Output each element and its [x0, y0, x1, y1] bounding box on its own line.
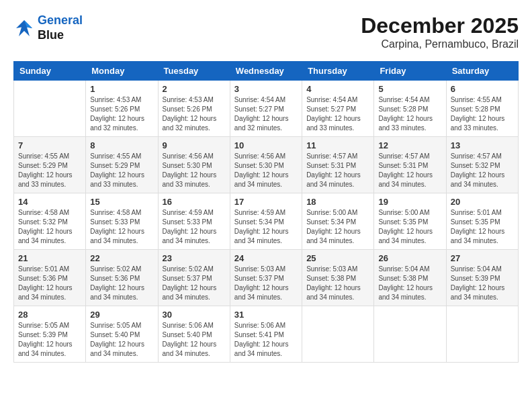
calendar-cell: 24Sunrise: 5:03 AM Sunset: 5:37 PM Dayli… — [230, 250, 302, 306]
calendar-cell: 2Sunrise: 4:53 AM Sunset: 5:26 PM Daylig… — [158, 81, 230, 137]
day-number: 2 — [163, 84, 226, 94]
day-info: Sunrise: 4:54 AM Sunset: 5:27 PM Dayligh… — [306, 95, 369, 133]
day-number: 14 — [18, 197, 81, 207]
logo: General Blue — [13, 13, 83, 42]
day-info: Sunrise: 4:55 AM Sunset: 5:29 PM Dayligh… — [18, 152, 81, 189]
day-info: Sunrise: 4:53 AM Sunset: 5:26 PM Dayligh… — [90, 95, 153, 133]
day-info: Sunrise: 4:54 AM Sunset: 5:27 PM Dayligh… — [234, 95, 298, 133]
calendar-week-4: 21Sunrise: 5:01 AM Sunset: 5:36 PM Dayli… — [14, 250, 519, 306]
calendar-cell: 26Sunrise: 5:04 AM Sunset: 5:38 PM Dayli… — [374, 250, 446, 306]
calendar-cell: 12Sunrise: 4:57 AM Sunset: 5:31 PM Dayli… — [374, 137, 446, 193]
calendar-cell: 14Sunrise: 4:58 AM Sunset: 5:32 PM Dayli… — [14, 193, 86, 250]
logo-text: General Blue — [38, 13, 83, 42]
calendar-week-3: 14Sunrise: 4:58 AM Sunset: 5:32 PM Dayli… — [14, 193, 519, 250]
calendar-cell: 31Sunrise: 5:06 AM Sunset: 5:41 PM Dayli… — [230, 306, 302, 363]
day-number: 24 — [234, 253, 298, 263]
day-info: Sunrise: 5:00 AM Sunset: 5:35 PM Dayligh… — [378, 208, 441, 246]
calendar-cell: 22Sunrise: 5:02 AM Sunset: 5:36 PM Dayli… — [86, 250, 158, 306]
day-info: Sunrise: 4:58 AM Sunset: 5:33 PM Dayligh… — [90, 208, 153, 246]
day-number: 5 — [378, 84, 441, 94]
day-info: Sunrise: 5:03 AM Sunset: 5:38 PM Dayligh… — [306, 265, 369, 302]
calendar-cell: 17Sunrise: 4:59 AM Sunset: 5:34 PM Dayli… — [230, 193, 302, 250]
col-header-friday: Friday — [374, 62, 446, 81]
day-info: Sunrise: 5:01 AM Sunset: 5:35 PM Dayligh… — [451, 208, 514, 246]
calendar-cell — [374, 306, 446, 363]
day-info: Sunrise: 5:06 AM Sunset: 5:40 PM Dayligh… — [163, 321, 226, 359]
day-info: Sunrise: 4:57 AM Sunset: 5:32 PM Dayligh… — [451, 152, 514, 189]
calendar-cell — [14, 81, 86, 137]
col-header-saturday: Saturday — [446, 62, 518, 81]
col-header-wednesday: Wednesday — [230, 62, 302, 81]
day-info: Sunrise: 5:04 AM Sunset: 5:39 PM Dayligh… — [451, 265, 514, 302]
day-number: 28 — [18, 310, 81, 320]
calendar-cell: 19Sunrise: 5:00 AM Sunset: 5:35 PM Dayli… — [374, 193, 446, 250]
page-title: December 2025 — [361, 13, 519, 38]
calendar-cell: 7Sunrise: 4:55 AM Sunset: 5:29 PM Daylig… — [14, 137, 86, 193]
day-info: Sunrise: 5:05 AM Sunset: 5:40 PM Dayligh… — [90, 321, 153, 359]
logo-line2: Blue — [38, 28, 83, 43]
day-number: 4 — [306, 84, 369, 94]
calendar-cell — [446, 306, 518, 363]
day-number: 21 — [18, 253, 81, 263]
calendar-cell: 15Sunrise: 4:58 AM Sunset: 5:33 PM Dayli… — [86, 193, 158, 250]
calendar-cell: 10Sunrise: 4:56 AM Sunset: 5:30 PM Dayli… — [230, 137, 302, 193]
day-number: 1 — [90, 84, 153, 94]
day-info: Sunrise: 5:06 AM Sunset: 5:41 PM Dayligh… — [234, 321, 298, 359]
day-number: 6 — [451, 84, 514, 94]
day-number: 16 — [163, 197, 226, 207]
day-number: 12 — [378, 140, 441, 150]
day-number: 9 — [163, 140, 226, 150]
calendar-cell: 4Sunrise: 4:54 AM Sunset: 5:27 PM Daylig… — [302, 81, 374, 137]
day-info: Sunrise: 5:02 AM Sunset: 5:36 PM Dayligh… — [90, 265, 153, 302]
calendar-cell: 16Sunrise: 4:59 AM Sunset: 5:33 PM Dayli… — [158, 193, 230, 250]
logo-line1: General — [38, 13, 83, 27]
calendar-cell: 23Sunrise: 5:02 AM Sunset: 5:37 PM Dayli… — [158, 250, 230, 306]
day-info: Sunrise: 5:04 AM Sunset: 5:38 PM Dayligh… — [378, 265, 441, 302]
calendar-week-1: 1Sunrise: 4:53 AM Sunset: 5:26 PM Daylig… — [14, 81, 519, 137]
calendar-table: SundayMondayTuesdayWednesdayThursdayFrid… — [13, 61, 519, 363]
day-info: Sunrise: 4:58 AM Sunset: 5:32 PM Dayligh… — [18, 208, 81, 246]
day-info: Sunrise: 4:53 AM Sunset: 5:26 PM Dayligh… — [163, 95, 226, 133]
day-info: Sunrise: 4:54 AM Sunset: 5:28 PM Dayligh… — [378, 95, 441, 133]
svg-marker-0 — [16, 20, 32, 36]
calendar-cell: 18Sunrise: 5:00 AM Sunset: 5:34 PM Dayli… — [302, 193, 374, 250]
day-info: Sunrise: 5:05 AM Sunset: 5:39 PM Dayligh… — [18, 321, 81, 359]
day-number: 29 — [90, 310, 153, 320]
calendar-cell: 29Sunrise: 5:05 AM Sunset: 5:40 PM Dayli… — [86, 306, 158, 363]
day-number: 7 — [18, 140, 81, 150]
day-info: Sunrise: 4:59 AM Sunset: 5:33 PM Dayligh… — [163, 208, 226, 246]
calendar-cell: 1Sunrise: 4:53 AM Sunset: 5:26 PM Daylig… — [86, 81, 158, 137]
day-info: Sunrise: 4:59 AM Sunset: 5:34 PM Dayligh… — [234, 208, 298, 246]
calendar-cell: 25Sunrise: 5:03 AM Sunset: 5:38 PM Dayli… — [302, 250, 374, 306]
calendar-cell: 28Sunrise: 5:05 AM Sunset: 5:39 PM Dayli… — [14, 306, 86, 363]
calendar-header-row: SundayMondayTuesdayWednesdayThursdayFrid… — [14, 62, 519, 81]
day-number: 31 — [234, 310, 298, 320]
calendar-week-5: 28Sunrise: 5:05 AM Sunset: 5:39 PM Dayli… — [14, 306, 519, 363]
calendar-cell: 21Sunrise: 5:01 AM Sunset: 5:36 PM Dayli… — [14, 250, 86, 306]
title-section: December 2025 Carpina, Pernambuco, Brazi… — [361, 13, 519, 50]
day-number: 19 — [378, 197, 441, 207]
day-number: 23 — [163, 253, 226, 263]
page-subtitle: Carpina, Pernambuco, Brazil — [361, 38, 519, 50]
calendar-cell: 5Sunrise: 4:54 AM Sunset: 5:28 PM Daylig… — [374, 81, 446, 137]
col-header-sunday: Sunday — [14, 62, 86, 81]
day-info: Sunrise: 4:56 AM Sunset: 5:30 PM Dayligh… — [234, 152, 298, 189]
day-number: 8 — [90, 140, 153, 150]
day-info: Sunrise: 4:55 AM Sunset: 5:28 PM Dayligh… — [451, 95, 514, 133]
day-number: 15 — [90, 197, 153, 207]
col-header-monday: Monday — [86, 62, 158, 81]
day-number: 26 — [378, 253, 441, 263]
calendar-cell: 30Sunrise: 5:06 AM Sunset: 5:40 PM Dayli… — [158, 306, 230, 363]
calendar-cell: 3Sunrise: 4:54 AM Sunset: 5:27 PM Daylig… — [230, 81, 302, 137]
day-number: 22 — [90, 253, 153, 263]
day-info: Sunrise: 4:57 AM Sunset: 5:31 PM Dayligh… — [378, 152, 441, 189]
day-number: 17 — [234, 197, 298, 207]
calendar-cell: 11Sunrise: 4:57 AM Sunset: 5:31 PM Dayli… — [302, 137, 374, 193]
header: General Blue December 2025 Carpina, Pern… — [13, 13, 519, 50]
day-number: 18 — [306, 197, 369, 207]
col-header-tuesday: Tuesday — [158, 62, 230, 81]
day-info: Sunrise: 5:03 AM Sunset: 5:37 PM Dayligh… — [234, 265, 298, 302]
day-number: 30 — [163, 310, 226, 320]
day-number: 10 — [234, 140, 298, 150]
calendar-cell: 8Sunrise: 4:55 AM Sunset: 5:29 PM Daylig… — [86, 137, 158, 193]
